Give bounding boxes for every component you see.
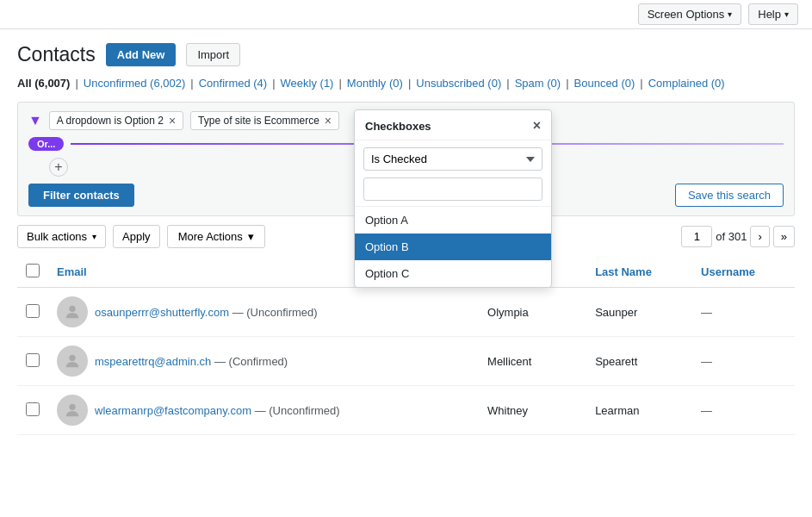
popup-header: Checkboxes × — [355, 110, 551, 140]
select-all-checkbox[interactable] — [26, 264, 40, 277]
apply-button[interactable]: Apply — [113, 225, 160, 248]
screen-options-label: Screen Options — [648, 8, 725, 21]
col-header-username[interactable]: Username — [692, 257, 795, 288]
table-row: osaunperrr@shutterfly.com — (Unconfirmed… — [17, 288, 795, 337]
bulk-actions-label: Bulk actions — [27, 230, 87, 243]
bulk-actions-button[interactable]: Bulk actions ▾ — [17, 225, 106, 248]
row-3-email[interactable]: wlearmanrp@fastcompany.com — [95, 404, 251, 417]
help-button[interactable]: Help ▾ — [748, 3, 798, 25]
filter-contacts-button[interactable]: Filter contacts — [28, 184, 134, 207]
main-content: Contacts Add New Import All (6,007) | Un… — [0, 29, 812, 517]
row-3-lastname: Learman — [586, 386, 692, 435]
row-1-email[interactable]: osaunperrr@shutterfly.com — [95, 306, 229, 319]
row-2-status: — (Confirmed) — [214, 355, 288, 368]
page-number-input[interactable] — [681, 226, 712, 247]
popup-close-button[interactable]: × — [533, 119, 541, 133]
svg-point-2 — [69, 404, 75, 410]
popup-option-c[interactable]: Option C — [355, 260, 551, 287]
add-new-button[interactable]: Add New — [106, 43, 177, 66]
filter-funnel-icon: ▼ — [28, 113, 42, 128]
screen-options-chevron-icon: ▾ — [728, 9, 732, 19]
row-1-status: — (Unconfirmed) — [232, 306, 318, 319]
more-actions-chevron-icon: ▾ — [248, 230, 254, 243]
more-actions-label: More Actions — [178, 230, 243, 243]
filter-tag-1-label: A dropdown is Option 2 — [57, 115, 164, 127]
row-1-checkbox[interactable] — [26, 304, 40, 318]
svg-point-0 — [69, 306, 75, 312]
total-pages-label: of 301 — [716, 230, 747, 243]
popup-option-c-label: Option C — [365, 267, 409, 280]
row-1-lastname: Saunper — [586, 288, 692, 337]
bulk-actions-chevron-icon: ▾ — [92, 232, 96, 241]
row-3-avatar — [57, 395, 88, 426]
tab-confirmed[interactable]: Confirmed (4) — [199, 77, 267, 90]
filter-tag-2-remove[interactable]: × — [325, 115, 332, 127]
row-3-firstname: Whitney — [479, 386, 586, 435]
tab-bounced[interactable]: Bounced (0) — [574, 77, 635, 90]
popup-option-b[interactable]: Option B — [355, 234, 551, 260]
tab-monthly[interactable]: Monthly (0) — [347, 77, 403, 90]
last-page-button[interactable]: » — [773, 226, 795, 247]
col-header-lastname[interactable]: Last Name — [586, 257, 692, 288]
import-button[interactable]: Import — [186, 43, 240, 66]
filter-tag-1: A dropdown is Option 2 × — [49, 111, 183, 130]
table-row: wlearmanrp@fastcompany.com — (Unconfirme… — [17, 386, 795, 435]
top-bar: Screen Options ▾ Help ▾ — [0, 0, 812, 29]
or-badge: Or... — [28, 137, 64, 151]
filter-tag-2: Type of site is Ecommerce × — [190, 111, 339, 130]
tab-all[interactable]: All (6,007) — [17, 77, 70, 90]
tab-unconfirmed[interactable]: Unconfirmed (6,002) — [84, 77, 186, 90]
screen-options-button[interactable]: Screen Options ▾ — [638, 3, 742, 25]
popup-option-a[interactable]: Option A — [355, 207, 551, 234]
popup-title: Checkboxes — [365, 120, 431, 133]
popup-is-checked-select[interactable]: Is Checked — [363, 147, 542, 171]
row-2-avatar — [57, 346, 88, 377]
popup-search-input[interactable] — [363, 178, 542, 201]
popup-option-a-label: Option A — [365, 214, 408, 227]
pagination-area: of 301 › » — [681, 226, 795, 247]
next-page-button[interactable]: › — [750, 226, 769, 247]
row-2-lastname: Spearett — [586, 337, 692, 386]
table-row: mspearettrq@admin.ch — (Confirmed) Melli… — [17, 337, 795, 386]
row-1-firstname: Olympia — [479, 288, 586, 337]
help-chevron-icon: ▾ — [784, 9, 789, 19]
help-label: Help — [758, 8, 781, 21]
tab-complained[interactable]: Complained (0) — [648, 77, 725, 90]
popup-option-b-label: Option B — [365, 240, 409, 253]
filter-tabs: All (6,007) | Unconfirmed (6,002) | Conf… — [17, 77, 795, 90]
svg-point-1 — [69, 355, 75, 361]
filter-bar: ▼ A dropdown is Option 2 × Type of site … — [17, 102, 795, 216]
page-header: Contacts Add New Import — [17, 43, 795, 66]
save-search-button[interactable]: Save this search — [675, 184, 784, 207]
page-title: Contacts — [17, 43, 96, 66]
tab-unsubscribed[interactable]: Unsubscribed (0) — [416, 77, 501, 90]
tab-spam[interactable]: Spam (0) — [515, 77, 561, 90]
row-2-username: — — [692, 337, 795, 386]
filter-dropdown-popup: Checkboxes × Is Checked Option A Option … — [354, 109, 552, 288]
row-2-checkbox[interactable] — [26, 353, 40, 367]
row-1-avatar — [57, 296, 88, 327]
row-3-checkbox[interactable] — [26, 402, 40, 416]
filter-tag-2-label: Type of site is Ecommerce — [198, 115, 319, 127]
row-1-username: — — [692, 288, 795, 337]
filter-tag-1-remove[interactable]: × — [169, 115, 176, 127]
add-filter-button[interactable]: + — [49, 158, 68, 177]
more-actions-button[interactable]: More Actions ▾ — [167, 225, 265, 248]
row-3-username: — — [692, 386, 795, 435]
row-3-status: — (Unconfirmed) — [255, 404, 340, 417]
row-2-email[interactable]: mspearettrq@admin.ch — [95, 355, 211, 368]
tab-weekly[interactable]: Weekly (1) — [281, 77, 334, 90]
filter-contacts-label: Filter contacts — [43, 189, 120, 202]
popup-options-list: Option A Option B Option C — [355, 206, 551, 287]
row-2-firstname: Mellicent — [479, 337, 586, 386]
